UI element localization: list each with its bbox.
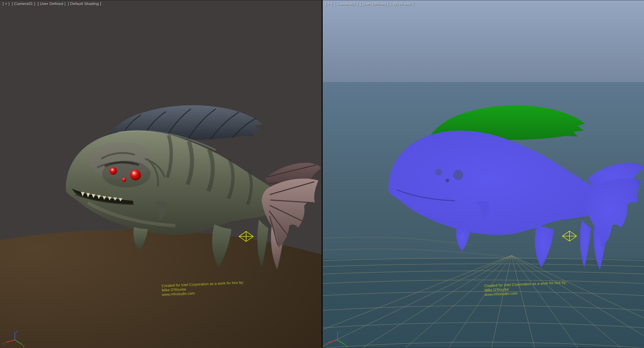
ground-shade [323,259,644,348]
shaded-scene[interactable] [0,0,322,348]
viewport-menu-right: [ + ] [ Camera01 ] [ User Defined ] [ Wi… [325,2,414,6]
viewport-shading-menu[interactable]: [ Wireframe ] [391,2,413,6]
axis-y-label: y [23,344,25,347]
axis-z-label: z [339,330,341,333]
viewport-pov-menu[interactable]: [ User Defined ] [360,2,388,6]
viewport-shading-menu[interactable]: [ Default Shading ] [68,2,101,6]
viewport-camera-menu[interactable]: [ Camera01 ] [12,2,35,6]
world-axis-tripod-icon: x y z [324,328,351,347]
wireframe-scene[interactable] [323,0,644,348]
viewport-menu-left: [ + ] [ Camera01 ] [ User Defined ] [ De… [3,2,101,6]
dual-viewport-stage: [ + ] [ Camera01 ] [ User Defined ] [ De… [0,0,644,348]
axis-x-label: x [3,342,4,345]
axis-x-label: x [325,342,327,345]
viewport-pov-menu[interactable]: [ User Defined ] [37,2,65,6]
eye-socket-shadow [102,160,151,188]
viewport-plus-menu[interactable]: [ + ] [325,2,332,6]
axis-z-label: z [16,330,18,333]
world-axis-tripod-icon: x y z [1,328,28,347]
viewport-camera-menu[interactable]: [ Camera01 ] [335,2,358,6]
viewport-shaded[interactable]: [ + ] [ Camera01 ] [ User Defined ] [ De… [0,0,322,348]
viewport-plus-menu[interactable]: [ + ] [3,2,10,6]
axis-y-label: y [346,344,347,347]
viewport-wireframe[interactable]: [ + ] [ Camera01 ] [ User Defined ] [ Wi… [322,0,644,348]
